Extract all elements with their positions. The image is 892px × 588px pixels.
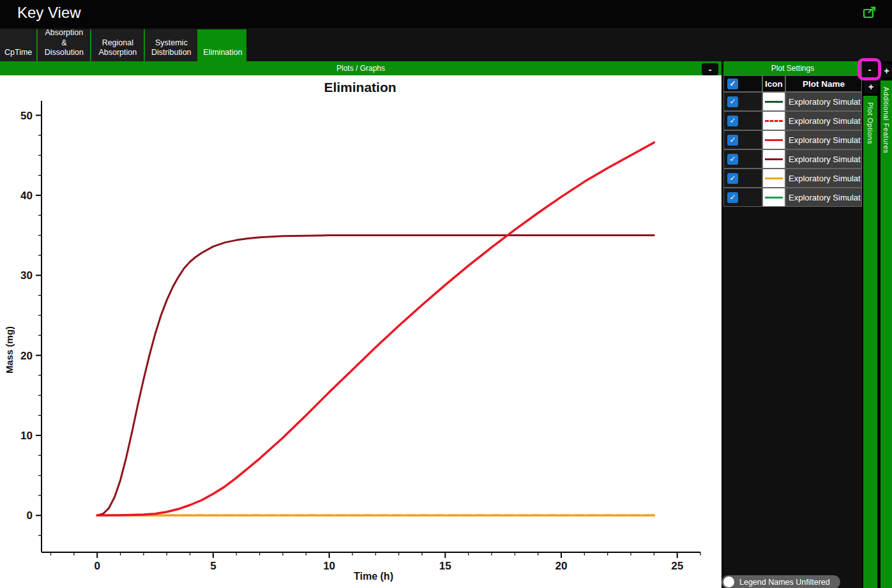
row-checkbox[interactable]: ✓ <box>727 79 738 89</box>
tab-label: Elimination <box>203 48 242 58</box>
plot-options-strip[interactable]: Plot Options <box>863 96 877 588</box>
plot-options-expand-button[interactable]: + <box>864 79 878 94</box>
header-cell: Icon <box>762 75 785 92</box>
plot-name-cell[interactable]: Exploratory Simulat <box>785 188 862 207</box>
plot-line-icon <box>762 130 785 149</box>
tab-cptime[interactable]: CpTime <box>0 29 38 61</box>
tab-label: CpTime <box>4 48 32 58</box>
plot-name-cell[interactable]: Exploratory Simulat <box>785 149 862 169</box>
plot-line-icon <box>762 188 785 207</box>
tab-label: Absorption & Dissolution <box>42 28 86 58</box>
tab-elimination[interactable]: Elimination <box>199 29 246 61</box>
row-checkbox[interactable]: ✓ <box>727 135 738 146</box>
tab-regional-absorption[interactable]: Regional Absorption <box>91 29 145 61</box>
x-tick-label: 25 <box>671 560 683 572</box>
tab-systemic-distribution[interactable]: Systemic Distribution <box>145 29 199 61</box>
row-checkbox[interactable]: ✓ <box>727 154 738 165</box>
header-cell: Plot Name <box>785 75 862 92</box>
table-header-row: ✓IconPlot Name <box>723 75 862 92</box>
table-row[interactable]: ✓Exploratory Simulat <box>723 188 862 207</box>
plot-name-cell[interactable]: Exploratory Simulat <box>785 111 862 130</box>
y-tick-label: 10 <box>20 430 33 442</box>
y-tick-label: 50 <box>20 110 33 122</box>
line-swatch-icon <box>765 101 783 103</box>
table-row[interactable]: ✓Exploratory Simulat <box>723 149 862 169</box>
line-swatch-icon <box>765 177 783 179</box>
y-tick-label: 0 <box>27 509 33 522</box>
elimination-chart: EliminationTime (h)Mass (mg)051015202501… <box>0 75 722 588</box>
checkbox-cell: ✓ <box>723 188 762 207</box>
tab-absorption-dissolution[interactable]: Absorption & Dissolution <box>38 29 91 61</box>
x-tick-label: 10 <box>323 560 335 572</box>
plot-table: ✓IconPlot Name✓Exploratory Simulat✓Explo… <box>723 75 862 207</box>
y-tick-label: 30 <box>20 269 33 282</box>
plot-settings-bar: Plot Settings <box>723 61 862 75</box>
window-title: Key View <box>17 4 81 22</box>
plot-options-label: Plot Options <box>866 96 874 144</box>
additional-features-label: Additional Features <box>882 80 890 153</box>
plot-line-icon <box>762 111 785 130</box>
plot-line-icon <box>762 149 785 169</box>
checkbox-cell: ✓ <box>723 130 762 149</box>
toggle-label: Legend Names Unfiltered <box>739 578 830 587</box>
table-row[interactable]: ✓Exploratory Simulat <box>723 92 862 111</box>
plot-name-cell[interactable]: Exploratory Simulat <box>785 130 862 149</box>
tab-label: Systemic Distribution <box>149 38 193 58</box>
table-row[interactable]: ✓Exploratory Simulat <box>723 130 862 149</box>
row-checkbox[interactable]: ✓ <box>727 96 738 107</box>
row-checkbox[interactable]: ✓ <box>727 192 738 203</box>
line-swatch-icon <box>765 120 783 122</box>
tab-label: Regional Absorption <box>96 38 139 58</box>
x-tick-label: 20 <box>556 560 568 572</box>
tab-bar: CpTimeAbsorption & DissolutionRegional A… <box>0 28 892 61</box>
table-row[interactable]: ✓Exploratory Simulat <box>723 111 862 130</box>
plots-graphs-collapse-button[interactable]: - <box>702 63 718 75</box>
x-axis-label: Time (h) <box>354 571 393 582</box>
header-cell: ✓ <box>723 75 762 92</box>
export-button[interactable] <box>862 6 879 21</box>
plot-settings-panel: ✓IconPlot Name✓Exploratory Simulat✓Explo… <box>723 75 862 588</box>
plots-graphs-bar: Plots / Graphs <box>0 61 722 75</box>
open-external-icon <box>863 6 878 20</box>
plot-line-icon <box>762 92 785 111</box>
y-tick-label: 20 <box>20 350 33 362</box>
checkbox-cell: ✓ <box>723 169 762 188</box>
series-line <box>97 142 654 515</box>
line-swatch-icon <box>765 139 783 141</box>
checkbox-cell: ✓ <box>723 92 762 111</box>
chart-area: EliminationTime (h)Mass (mg)051015202501… <box>0 75 722 588</box>
x-tick-label: 0 <box>94 560 100 572</box>
table-body: ✓Exploratory Simulat✓Exploratory Simulat… <box>723 92 862 207</box>
plot-settings-collapse-button[interactable]: - <box>862 63 877 77</box>
y-axis-label: Mass (mg) <box>4 326 15 373</box>
row-checkbox[interactable]: ✓ <box>727 116 738 126</box>
plot-name-cell[interactable]: Exploratory Simulat <box>785 92 862 111</box>
key-view-window: Key View CpTimeAbsorption & DissolutionR… <box>0 0 892 588</box>
title-bar: Key View <box>0 0 892 28</box>
chart-title: Elimination <box>324 80 396 94</box>
plot-name-cell[interactable]: Exploratory Simulat <box>785 169 862 188</box>
checkbox-cell: ✓ <box>723 111 762 130</box>
series-line <box>97 236 654 516</box>
y-tick-label: 40 <box>20 190 33 202</box>
plot-settings-title: Plot Settings <box>771 64 814 73</box>
row-checkbox[interactable]: ✓ <box>727 173 738 184</box>
additional-features-expand-button[interactable]: + <box>881 64 892 78</box>
additional-features-strip[interactable]: Additional Features <box>881 80 892 588</box>
toggle-knob[interactable] <box>723 577 734 587</box>
legend-names-toggle[interactable]: Legend Names Unfiltered <box>722 575 840 588</box>
line-swatch-icon <box>765 197 783 199</box>
plots-graphs-title: Plots / Graphs <box>336 64 385 73</box>
line-swatch-icon <box>765 158 783 160</box>
plot-line-icon <box>762 169 785 188</box>
table-row[interactable]: ✓Exploratory Simulat <box>723 169 862 188</box>
x-tick-label: 5 <box>210 560 216 572</box>
checkbox-cell: ✓ <box>723 149 762 169</box>
x-tick-label: 15 <box>439 560 451 572</box>
